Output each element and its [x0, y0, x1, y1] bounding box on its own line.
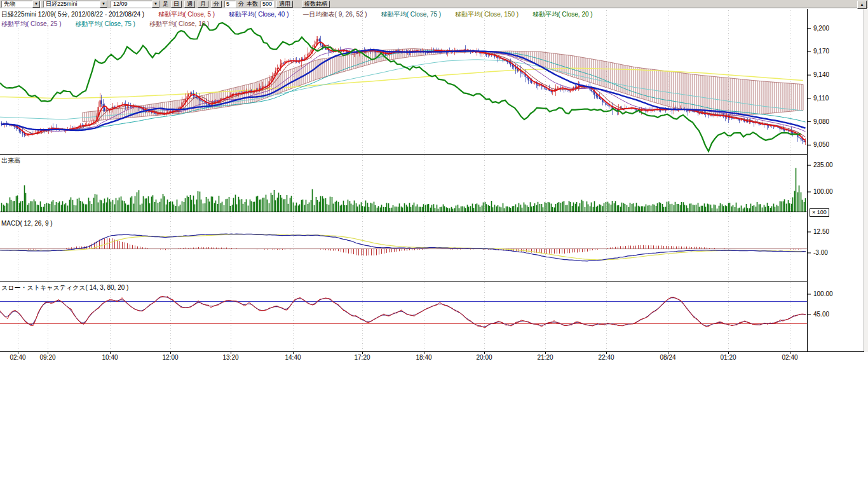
- time-tick-label: 20:00: [476, 354, 492, 361]
- period-minute-button[interactable]: 分: [211, 1, 222, 8]
- symbol-value: 日経225mini: [46, 0, 78, 8]
- stochastics-section-label: スロー・ストキャスティクス( 14, 3, 80, 20 ): [1, 283, 128, 292]
- price-tick-label: 9,170: [813, 48, 829, 55]
- legend-item: 移動平均( Close, 150 ): [455, 11, 519, 18]
- time-tick-label: 02:40: [782, 354, 797, 361]
- symbol-select[interactable]: 日経225mini ▼: [43, 1, 108, 8]
- apply-button[interactable]: 適用: [276, 1, 293, 8]
- legend-item: 一目均衡表( 9, 26, 52 ): [303, 11, 367, 18]
- legend-item: 移動平均( Close, 75 ): [381, 11, 441, 18]
- legend-item: 移動平均( Close, 75 ): [75, 20, 135, 27]
- volume-section-label: 出来高: [1, 156, 20, 165]
- price-tick-label: 9,110: [813, 95, 829, 102]
- contract-value: 12/09: [113, 1, 128, 7]
- time-tick-label: 08/24: [660, 354, 675, 361]
- instrument-type-select[interactable]: 先物 ▼: [1, 1, 41, 8]
- multi-symbol-button[interactable]: 複数銘柄: [302, 1, 330, 8]
- contract-select[interactable]: 12/09 ▼: [111, 1, 160, 8]
- legend-item: 移動平均( Close, 40 ): [229, 11, 288, 18]
- bars-count-input[interactable]: 500: [261, 1, 274, 8]
- legend-item: 日経225mini 12/09( 5分, 2012/08/22 - 2012/0…: [1, 11, 144, 18]
- bar-type-label: 足: [163, 0, 168, 8]
- price-tick-label: 9,080: [813, 118, 829, 125]
- volume-multiplier-badge: × 100: [810, 208, 829, 217]
- time-tick-label: 13:20: [222, 354, 238, 361]
- price-tick-label: 9,200: [813, 25, 829, 32]
- legend-item: 移動平均( Close, 5 ): [158, 11, 215, 18]
- macd-section-label: MACD( 12, 26, 9 ): [1, 220, 53, 227]
- macd-tick-label: 12.50: [813, 228, 829, 235]
- volume-tick-label: 235.00: [813, 161, 833, 168]
- toolbar: 先物 ▼ 日経225mini ▼ 12/09 ▼ 足 日 週 月 分 5 分 本…: [0, 0, 868, 8]
- time-tick-label: 10:40: [102, 354, 118, 361]
- instrument-type-value: 先物: [4, 0, 15, 8]
- chevron-down-icon: ▼: [32, 1, 40, 8]
- legend-row-1: 日経225mini 12/09( 5分, 2012/08/22 - 2012/0…: [1, 10, 607, 19]
- period-week-button[interactable]: 週: [184, 1, 195, 8]
- legend-row-2: 移動平均( Close, 25 )移動平均( Close, 75 )移動平均( …: [1, 20, 223, 29]
- price-tick-label: 9,140: [813, 71, 829, 78]
- volume-tick-label: 100.00: [813, 188, 833, 195]
- time-tick-label: 02:40: [10, 354, 25, 361]
- minute-unit-label: 分: [238, 0, 244, 8]
- time-tick-label: 09:20: [39, 354, 55, 361]
- time-tick-label: 17:20: [354, 354, 370, 361]
- period-month-button[interactable]: 月: [198, 1, 208, 8]
- legend-item: 移動平均( Close, 25 ): [1, 20, 61, 27]
- chevron-down-icon: ▼: [152, 1, 159, 8]
- legend-item: 移動平均( Close, 10 ): [149, 20, 209, 27]
- scroll-up-button[interactable]: ▲: [857, 1, 867, 9]
- chart-canvas[interactable]: [0, 0, 868, 488]
- macd-tick-label: -3.00: [813, 249, 828, 256]
- time-tick-label: 12:00: [162, 354, 178, 361]
- legend-item: 移動平均( Close, 20 ): [532, 11, 592, 18]
- time-tick-label: 14:40: [285, 354, 301, 361]
- period-day-button[interactable]: 日: [171, 1, 182, 8]
- time-tick-label: 18:40: [416, 354, 431, 361]
- time-tick-label: 22:40: [598, 354, 614, 361]
- bars-count-label: 本数: [247, 0, 258, 8]
- stochastics-tick-label: 45.00: [813, 311, 829, 318]
- time-tick-label: 21:20: [537, 354, 553, 361]
- price-tick-label: 9,050: [813, 141, 829, 148]
- chevron-down-icon: ▼: [100, 1, 107, 8]
- chart-application-window: 先物 ▼ 日経225mini ▼ 12/09 ▼ 足 日 週 月 分 5 分 本…: [0, 0, 868, 488]
- minute-input[interactable]: 5: [224, 1, 236, 8]
- time-tick-label: 01:20: [720, 354, 736, 361]
- stochastics-tick-label: 100.00: [813, 290, 833, 297]
